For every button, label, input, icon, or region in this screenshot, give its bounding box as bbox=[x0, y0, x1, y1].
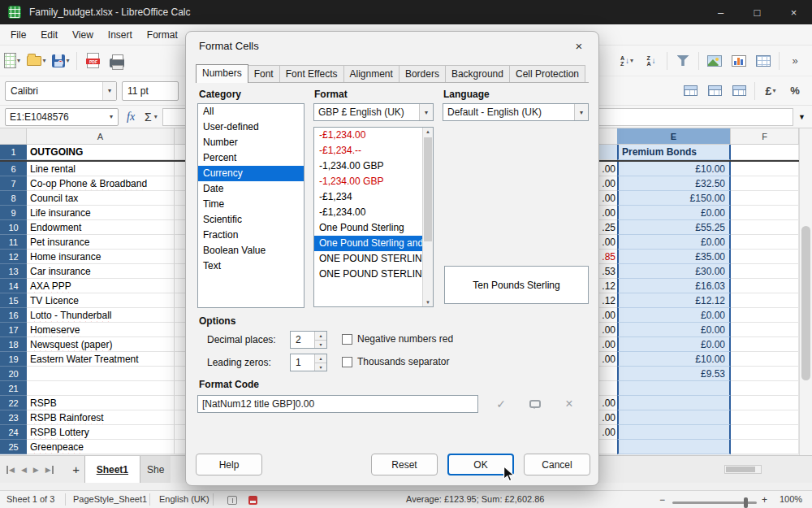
cell-d-sliver[interactable]: .12 bbox=[599, 279, 617, 293]
row-header[interactable]: 8 bbox=[0, 191, 27, 206]
cell-a[interactable] bbox=[27, 367, 175, 381]
cell-f[interactable] bbox=[731, 250, 799, 264]
dialog-close-button[interactable]: × bbox=[568, 37, 590, 55]
format-listbox[interactable]: -£1,234.00-£1,234.---1,234.00 GBP-1,234.… bbox=[313, 127, 434, 307]
format-option[interactable]: ONE POUND STERLING bbox=[314, 251, 422, 267]
cell-d-sliver[interactable]: .53 bbox=[599, 264, 617, 279]
cell-f[interactable] bbox=[731, 176, 799, 191]
cell-e[interactable]: £150.00 bbox=[617, 191, 731, 206]
cell-b-sliver[interactable] bbox=[175, 425, 185, 440]
cell-e[interactable] bbox=[617, 440, 731, 454]
vertical-scrollbar-thumb[interactable] bbox=[801, 226, 810, 380]
cell-e[interactable] bbox=[617, 396, 731, 410]
spin-up-icon[interactable]: ▴ bbox=[315, 332, 326, 341]
cell-b-sliver[interactable] bbox=[175, 176, 185, 191]
sheet-tab-2[interactable]: She bbox=[140, 456, 171, 483]
cell-a[interactable]: Endowment bbox=[27, 220, 175, 235]
row-header[interactable]: 9 bbox=[0, 206, 27, 220]
merge-center-button[interactable] bbox=[678, 80, 702, 102]
format-list-scrollbar-thumb[interactable] bbox=[424, 137, 432, 241]
row-header[interactable]: 17 bbox=[0, 323, 27, 337]
dialog-tab[interactable]: Alignment bbox=[343, 65, 400, 82]
cell-f[interactable] bbox=[731, 410, 799, 425]
menu-item[interactable]: Insert bbox=[101, 26, 140, 44]
first-sheet-button[interactable]: ◀ bbox=[6, 466, 15, 474]
font-name-combobox[interactable]: Calibri ▾ bbox=[5, 81, 117, 101]
cell-d-sliver[interactable]: .00 bbox=[599, 191, 617, 206]
format-list-scrollbar[interactable]: ▲ ▼ bbox=[422, 128, 433, 306]
cell-a[interactable]: AXA PPP bbox=[27, 279, 175, 293]
cell-e[interactable]: £10.00 bbox=[617, 162, 731, 176]
remove-format-button[interactable]: × bbox=[556, 393, 582, 415]
scroll-up-icon[interactable]: ▲ bbox=[423, 129, 433, 134]
cell-b-sliver[interactable] bbox=[175, 323, 185, 337]
cell-f[interactable] bbox=[731, 440, 799, 454]
row-header[interactable]: 19 bbox=[0, 352, 27, 367]
category-listbox[interactable]: AllUser-definedNumberPercentCurrencyDate… bbox=[197, 103, 304, 308]
row-header[interactable]: 14 bbox=[0, 279, 27, 293]
cell-d-sliver[interactable]: .00 bbox=[599, 352, 617, 367]
spin-down-icon[interactable]: ▾ bbox=[315, 341, 326, 349]
row-header[interactable]: 21 bbox=[0, 381, 27, 396]
chevron-down-icon[interactable]: ▾ bbox=[42, 57, 45, 64]
minimize-button[interactable]: – bbox=[702, 0, 739, 24]
cell-b-sliver[interactable] bbox=[175, 279, 185, 293]
row-header[interactable]: 10 bbox=[0, 220, 27, 235]
chevron-down-icon[interactable]: ▾ bbox=[419, 104, 433, 120]
cell-b-sliver[interactable] bbox=[175, 367, 185, 381]
language-dropdown[interactable]: Default - English (UK) ▾ bbox=[443, 103, 589, 121]
reset-button[interactable]: Reset bbox=[371, 454, 438, 475]
category-option[interactable]: Boolean Value bbox=[198, 243, 304, 258]
next-sheet-button[interactable]: ▶ bbox=[33, 466, 39, 474]
autosum-button[interactable]: Σ bbox=[145, 111, 152, 124]
cancel-button[interactable]: Cancel bbox=[524, 454, 590, 475]
menu-item[interactable]: View bbox=[65, 26, 101, 44]
spin-up-icon[interactable]: ▴ bbox=[315, 354, 326, 363]
cell-b-sliver[interactable] bbox=[175, 308, 185, 323]
cell-e1[interactable]: Premium Bonds bbox=[617, 145, 731, 160]
cell-b-sliver[interactable] bbox=[175, 206, 185, 220]
cell-f[interactable] bbox=[731, 235, 799, 250]
row-header[interactable]: 12 bbox=[0, 250, 27, 264]
format-option[interactable]: One Pound Sterling and bbox=[314, 236, 422, 251]
menu-item[interactable]: File bbox=[3, 26, 33, 44]
scroll-down-icon[interactable]: ▼ bbox=[423, 300, 433, 305]
format-option[interactable]: -£1,234.00 bbox=[314, 128, 422, 143]
format-percent-button[interactable]: % bbox=[783, 80, 807, 102]
dialog-tab[interactable]: Cell Protection bbox=[509, 65, 585, 82]
cell-f[interactable] bbox=[731, 293, 799, 308]
cell-a[interactable]: Home insurance bbox=[27, 250, 175, 264]
chevron-down-icon[interactable]: ▾ bbox=[154, 113, 158, 120]
cell-d-sliver[interactable]: .00 bbox=[599, 308, 617, 323]
cell-d-sliver[interactable]: .85 bbox=[599, 250, 617, 264]
cell-d-sliver[interactable] bbox=[599, 145, 617, 160]
cell-d-sliver[interactable] bbox=[599, 440, 617, 454]
checkbox-icon[interactable] bbox=[342, 334, 352, 345]
cell-a[interactable]: Line rental bbox=[27, 162, 175, 176]
cell-b-sliver[interactable] bbox=[175, 410, 185, 425]
row-header[interactable]: 1 bbox=[0, 145, 27, 160]
cell-e[interactable] bbox=[617, 425, 731, 440]
last-sheet-button[interactable]: ▶ bbox=[45, 466, 54, 474]
cell-d-sliver[interactable]: .00 bbox=[599, 425, 617, 440]
cell-a[interactable]: Lotto - Thunderball bbox=[27, 308, 175, 323]
chevron-down-icon[interactable]: ▾ bbox=[17, 57, 20, 64]
horizontal-scrollbar-thumb[interactable] bbox=[726, 467, 755, 472]
cell-b-sliver[interactable] bbox=[175, 264, 185, 279]
cell-e[interactable]: £0.00 bbox=[617, 337, 731, 352]
edit-comment-button[interactable] bbox=[522, 393, 548, 415]
cell-d-sliver[interactable]: .25 bbox=[599, 220, 617, 235]
decimal-places-stepper[interactable]: 2 ▴▾ bbox=[290, 331, 327, 349]
page-style-status[interactable]: PageStyle_Sheet1 bbox=[73, 494, 147, 504]
cell-e[interactable]: £0.00 bbox=[617, 308, 731, 323]
zoom-level[interactable]: 100% bbox=[780, 494, 802, 504]
new-document-button[interactable]: ▾ bbox=[0, 50, 24, 72]
cell-e[interactable]: £12.12 bbox=[617, 293, 731, 308]
format-option[interactable]: -£1,234 bbox=[314, 189, 422, 205]
cell-e[interactable]: £0.00 bbox=[617, 323, 731, 337]
save-button[interactable]: ▾ bbox=[49, 50, 73, 72]
vertical-scrollbar[interactable] bbox=[799, 128, 812, 455]
document-modified-icon[interactable] bbox=[248, 496, 257, 505]
cell-b-sliver[interactable] bbox=[175, 293, 185, 308]
cell-a1[interactable]: OUTGOING bbox=[27, 145, 175, 160]
